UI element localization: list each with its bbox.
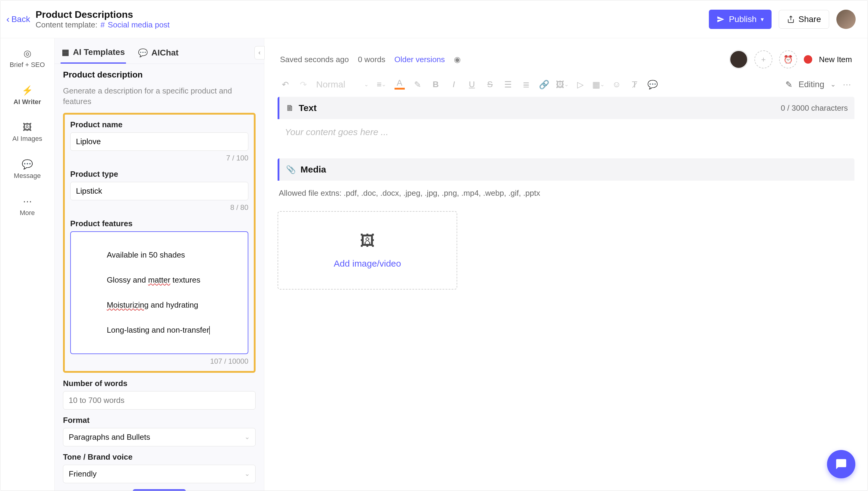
saved-status: Saved seconds ago — [280, 55, 349, 64]
table-icon[interactable]: ▦⌄ — [593, 79, 604, 90]
image-icon[interactable]: 🖼⌄ — [557, 79, 567, 90]
link-icon[interactable]: 🔗 — [539, 79, 550, 90]
style-value: Normal — [316, 79, 345, 90]
emoji-icon[interactable]: ☺ — [612, 79, 622, 90]
bullet-list-icon[interactable]: ☰ — [503, 79, 513, 90]
rail-ai-writer[interactable]: ⚡ AI Writer — [11, 83, 43, 108]
tone-label: Tone / Brand voice — [63, 453, 255, 462]
media-block-title: Media — [301, 164, 326, 175]
italic-icon[interactable]: I — [449, 79, 459, 90]
tab-aichat-label: AIChat — [151, 48, 179, 58]
feature-line-1: Available in 50 shades — [107, 250, 185, 259]
grid-icon: ▦ — [62, 48, 69, 57]
edit-mode-icon: ✎ — [785, 80, 792, 90]
product-name-label: Product name — [70, 120, 248, 129]
add-collaborator-button[interactable]: + — [754, 50, 772, 68]
document-icon: 🗎 — [286, 104, 294, 113]
feature-line-3b: and hydrating — [149, 300, 198, 310]
format-value: Paragraphs and Bullets — [69, 432, 150, 442]
back-label: Back — [11, 15, 30, 24]
chevron-down-icon: ▾ — [761, 16, 764, 23]
new-item-button[interactable]: New Item — [819, 55, 852, 64]
text-color-icon[interactable]: A — [395, 79, 405, 90]
rail-writer-label: AI Writer — [13, 98, 41, 106]
align-icon[interactable]: ≡⌄ — [376, 79, 387, 90]
share-icon — [787, 16, 795, 23]
product-features-input[interactable]: Available in 50 shades Glossy and matter… — [70, 231, 248, 354]
bolt-icon: ⚡ — [22, 85, 33, 96]
undo-icon[interactable]: ↶ — [280, 79, 290, 90]
text-block-title: Text — [299, 103, 316, 113]
video-icon[interactable]: ▷ — [575, 79, 586, 90]
page-title: Product Descriptions — [36, 9, 170, 20]
product-type-input[interactable] — [70, 182, 248, 200]
intercom-icon — [835, 458, 847, 470]
format-label: Format — [63, 415, 255, 425]
share-label: Share — [798, 15, 821, 24]
clock-icon: ⏰ — [783, 55, 793, 64]
message-icon: 💬 — [22, 159, 33, 170]
back-button[interactable]: ‹ Back — [6, 13, 30, 25]
redo-icon[interactable]: ↷ — [298, 79, 308, 90]
format-select[interactable]: Paragraphs and Bullets ⌄ — [63, 428, 255, 446]
image-placeholder-icon: 🖼 — [360, 232, 375, 250]
num-words-input[interactable] — [63, 391, 255, 410]
attachment-icon: 📎 — [286, 165, 296, 174]
hash-icon: # — [100, 20, 104, 30]
send-icon — [717, 16, 724, 23]
rail-images-label: AI Images — [12, 135, 42, 143]
chevron-down-icon: ⌄ — [364, 81, 369, 88]
chevron-down-icon: ⌄ — [244, 470, 250, 478]
feature-line-2a: Glossy and — [107, 276, 148, 284]
clock-collaborator[interactable]: ⏰ — [779, 50, 797, 68]
chevron-down-icon: ⌄ — [830, 81, 836, 88]
rail-brief-label: Brief + SEO — [10, 61, 45, 69]
visibility-icon[interactable]: ◉ — [454, 55, 461, 64]
publish-label: Publish — [729, 15, 756, 24]
share-button[interactable]: Share — [779, 10, 829, 29]
toolbar-more-icon[interactable]: ⋯ — [842, 79, 852, 90]
rail-more[interactable]: ⋯ More — [17, 194, 37, 219]
media-dropzone[interactable]: 🖼 Add image/video — [278, 211, 457, 290]
rail-brief-seo[interactable]: ◎ Brief + SEO — [7, 46, 47, 71]
tab-ai-templates[interactable]: ▦ AI Templates — [61, 43, 126, 64]
template-link[interactable]: Social media post — [108, 20, 170, 30]
tab-ai-templates-label: AI Templates — [73, 47, 125, 57]
numbered-list-icon[interactable]: ≣ — [521, 79, 531, 90]
collapse-sidebar-button[interactable]: ‹ — [254, 46, 265, 59]
edit-mode-select[interactable]: Editing — [798, 80, 824, 89]
tone-value: Friendly — [69, 469, 96, 479]
product-type-label: Product type — [70, 170, 248, 179]
text-cursor — [209, 326, 210, 335]
tone-select[interactable]: Friendly ⌄ — [63, 465, 255, 483]
status-dot — [804, 55, 812, 64]
bold-icon[interactable]: B — [431, 79, 441, 90]
style-select[interactable]: Normal ⌄ — [316, 79, 369, 90]
chevron-left-icon: ‹ — [6, 13, 10, 25]
chevron-down-icon: ⌄ — [244, 433, 250, 441]
product-name-input[interactable] — [70, 133, 248, 151]
rail-message[interactable]: 💬 Message — [11, 156, 43, 182]
chat-icon: 💬 — [138, 48, 148, 58]
older-versions-link[interactable]: Older versions — [394, 55, 445, 64]
media-block-header[interactable]: 📎 Media — [278, 158, 855, 181]
generate-button[interactable]: Generate — [133, 489, 186, 491]
help-fab[interactable] — [827, 450, 855, 478]
chevron-left-icon: ‹ — [258, 49, 260, 57]
user-avatar[interactable] — [836, 10, 856, 29]
highlight-icon[interactable]: ✎ — [412, 79, 423, 90]
target-icon: ◎ — [24, 48, 31, 59]
underline-icon[interactable]: U — [467, 79, 477, 90]
tab-aichat[interactable]: 💬 AIChat — [137, 43, 180, 64]
text-content-area[interactable]: Your content goes here ... — [278, 119, 855, 145]
section-title: Product description — [63, 70, 255, 80]
strikethrough-icon[interactable]: S — [485, 79, 495, 90]
comment-icon[interactable]: 💬 — [648, 79, 658, 90]
publish-button[interactable]: Publish ▾ — [709, 10, 772, 29]
clear-format-icon[interactable]: T̷ — [629, 79, 640, 90]
rail-ai-images[interactable]: 🖼 AI Images — [10, 120, 44, 145]
product-name-counter: 7 / 100 — [70, 154, 248, 162]
text-block-header[interactable]: 🗎 Text 0 / 3000 characters — [278, 97, 855, 119]
collaborator-avatar[interactable] — [730, 50, 748, 68]
feature-line-3-typo: Moisturizing — [107, 300, 149, 310]
